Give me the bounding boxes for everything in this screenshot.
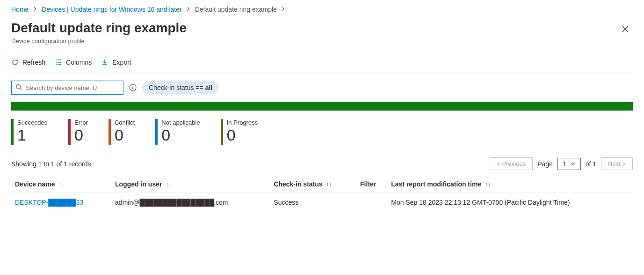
sort-icon: ↑↓ xyxy=(485,181,491,188)
status-stripe xyxy=(109,119,111,145)
export-button[interactable]: Export xyxy=(101,59,131,66)
cell-checkin-status: Success xyxy=(270,193,356,212)
chevron-right-icon xyxy=(281,6,286,13)
chevron-right-icon xyxy=(32,6,38,13)
breadcrumb-devices[interactable]: Devices | Update rings for Windows 10 an… xyxy=(42,6,181,13)
status-stripe xyxy=(221,119,223,145)
record-summary: Showing 1 to 1 of 1 records xyxy=(11,160,91,168)
search-icon xyxy=(15,84,22,92)
svg-point-0 xyxy=(16,84,21,89)
download-icon xyxy=(101,59,109,66)
col-label: Filter xyxy=(360,180,376,188)
status-stripe xyxy=(68,119,71,145)
status-in-progress[interactable]: In Progress 0 xyxy=(221,119,258,145)
pill-prefix: Check-in status == xyxy=(149,84,205,91)
sort-icon: ↑↓ xyxy=(326,181,332,188)
col-last-report[interactable]: Last report modification time ↑↓ xyxy=(387,176,633,193)
col-label: Device name xyxy=(15,180,55,188)
breadcrumb: Home Devices | Update rings for Windows … xyxy=(11,6,633,13)
status-value: 1 xyxy=(17,127,48,143)
page-select[interactable]: 1 xyxy=(557,158,581,170)
search-input-wrap[interactable] xyxy=(11,81,123,95)
columns-label: Columns xyxy=(66,59,92,66)
status-not-applicable[interactable]: Not applicable 0 xyxy=(155,119,200,145)
status-progress-bar xyxy=(11,102,633,111)
next-button[interactable]: Next > xyxy=(601,157,633,170)
col-logged-in-user[interactable]: Logged in user ↑↓ xyxy=(111,176,270,193)
previous-button[interactable]: < Previous xyxy=(490,157,533,170)
columns-icon xyxy=(55,59,62,66)
status-summary-row: Succeeded 1 Error 0 Conflict 0 Not appli… xyxy=(11,119,633,145)
toolbar: Refresh Columns Export xyxy=(11,54,633,73)
col-device-name[interactable]: Device name ↑↓ xyxy=(11,176,111,193)
page-label: Page xyxy=(537,160,553,168)
refresh-label: Refresh xyxy=(22,59,45,66)
col-filter[interactable]: Filter xyxy=(356,176,387,193)
info-icon[interactable] xyxy=(129,84,137,91)
checkin-status-filter-pill[interactable]: Check-in status == all xyxy=(142,81,219,94)
status-stripe xyxy=(11,119,14,145)
sort-icon: ↑↓ xyxy=(166,181,171,188)
col-label: Logged in user xyxy=(115,180,162,188)
status-value: 0 xyxy=(115,127,135,143)
status-value: 0 xyxy=(74,127,88,143)
status-conflict[interactable]: Conflict 0 xyxy=(109,119,135,145)
status-error[interactable]: Error 0 xyxy=(68,119,88,145)
status-label: Conflict xyxy=(115,119,135,126)
device-name-link[interactable]: DESKTOP-██████33 xyxy=(15,199,83,206)
col-label: Check-in status xyxy=(274,180,322,188)
cell-filter xyxy=(356,193,387,212)
status-label: Succeeded xyxy=(17,119,48,126)
table-row[interactable]: DESKTOP-██████33 admin@████████████████.… xyxy=(11,193,633,212)
chevron-down-icon xyxy=(570,160,576,168)
pill-value: all xyxy=(205,84,213,91)
status-value: 0 xyxy=(227,127,258,143)
page-title: Default update ring example xyxy=(11,21,187,36)
chevron-right-icon xyxy=(186,6,191,13)
page-subtitle: Device configuration profile xyxy=(11,37,187,45)
pager: < Previous Page 1 of 1 Next > xyxy=(490,157,633,170)
breadcrumb-current: Default update ring example xyxy=(195,6,277,13)
status-label: Not applicable xyxy=(161,119,200,126)
refresh-icon xyxy=(11,59,19,66)
of-label: of 1 xyxy=(586,160,596,168)
sort-icon: ↑↓ xyxy=(59,181,65,188)
refresh-button[interactable]: Refresh xyxy=(11,59,45,66)
status-stripe xyxy=(155,119,158,145)
columns-button[interactable]: Columns xyxy=(55,59,92,66)
status-value: 0 xyxy=(161,127,200,143)
search-input[interactable] xyxy=(25,84,119,92)
device-table: Device name ↑↓ Logged in user ↑↓ Check-i… xyxy=(11,176,633,212)
page-value: 1 xyxy=(563,160,566,168)
export-label: Export xyxy=(112,59,131,66)
cell-logged-in-user: admin@████████████████.com xyxy=(111,193,270,212)
cell-last-report: Mon Sep 18 2023 22:13:12 GMT-0700 (Pacif… xyxy=(387,193,633,212)
col-checkin-status[interactable]: Check-in status ↑↓ xyxy=(270,176,356,193)
breadcrumb-home[interactable]: Home xyxy=(11,6,29,13)
col-label: Last report modification time xyxy=(391,180,481,188)
filter-row: Check-in status == all xyxy=(11,81,633,95)
status-label: Error xyxy=(74,119,88,126)
close-icon[interactable] xyxy=(618,21,633,39)
status-succeeded[interactable]: Succeeded 1 xyxy=(11,119,48,145)
status-label: In Progress xyxy=(227,119,258,126)
